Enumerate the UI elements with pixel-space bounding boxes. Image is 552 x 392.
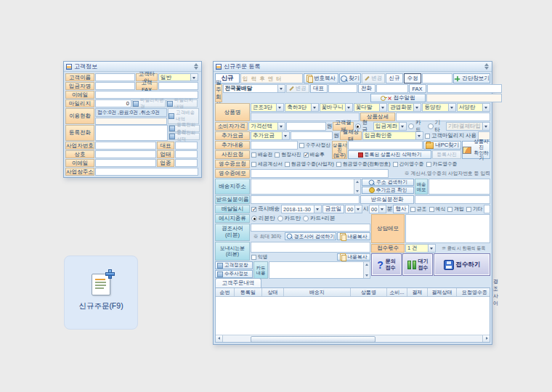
- mileage-use-checkbox[interactable]: 고객마일리지 사용: [424, 131, 477, 140]
- minute-select[interactable]: 00: [369, 205, 386, 213]
- category-select-4[interactable]: 관엽화분: [388, 103, 421, 112]
- horizontal-scrollbar[interactable]: [216, 335, 490, 342]
- usage-extra-input[interactable]: [95, 118, 167, 125]
- settle-checkbox[interactable]: 수주사정산: [299, 141, 331, 150]
- receipt-cash-phone-checkbox[interactable]: 현금영수증(전화번호): [336, 160, 391, 168]
- pin-icon[interactable]: [484, 63, 490, 70]
- change-button[interactable]: 변경: [362, 73, 385, 83]
- recipient-phone-input[interactable]: [415, 195, 490, 204]
- col-product[interactable]: 상품명: [351, 288, 387, 296]
- scroll-right-arrow[interactable]: [482, 335, 490, 342]
- find-button[interactable]: 찾기: [339, 73, 361, 83]
- col-status[interactable]: 상태: [262, 288, 284, 296]
- event-button[interactable]: 행사: [393, 205, 409, 213]
- biz-no-input[interactable]: [95, 142, 156, 150]
- reception-alarm-button[interactable]: 접수알림: [370, 94, 426, 102]
- mileage-history-button[interactable]: 마일리지내역: [166, 99, 198, 107]
- company-select[interactable]: 전국꽃배달: [223, 84, 285, 93]
- card-ribbon-radio[interactable]: 카드+리본: [302, 214, 336, 223]
- category-select-5[interactable]: 동양란: [422, 103, 455, 112]
- ribbon-only-radio[interactable]: 리본만: [251, 214, 276, 223]
- category-select-3[interactable]: 꽃다발: [354, 103, 387, 112]
- ceo-input[interactable]: [175, 142, 198, 150]
- col-message[interactable]: 경조사어: [493, 288, 498, 296]
- address-search-button[interactable]: 주소 검색하기: [362, 179, 414, 186]
- fee-check-button[interactable]: 추가요금 확인: [362, 187, 414, 194]
- ribbon-search-button[interactable]: 경조사어 검색하기: [285, 232, 336, 240]
- col-destination[interactable]: 배송지: [284, 288, 351, 296]
- anonymous-checkbox[interactable]: 익명: [251, 253, 269, 261]
- hour-select[interactable]: 00: [345, 205, 362, 213]
- col-pay-status[interactable]: 결제상태: [428, 288, 457, 296]
- category-select-0[interactable]: 근조3단: [251, 103, 284, 112]
- price-input[interactable]: [286, 122, 326, 131]
- sender-textarea[interactable]: [251, 242, 370, 253]
- extra-input[interactable]: [251, 141, 298, 150]
- company-phone-input[interactable]: [376, 84, 408, 93]
- col-reg-date[interactable]: 등록일: [235, 288, 262, 296]
- scrollbar[interactable]: [354, 179, 360, 194]
- event-wedding-checkbox[interactable]: 예식: [429, 205, 447, 213]
- scrollbar[interactable]: [363, 262, 370, 278]
- find-pc-button[interactable]: 내PC찾기: [423, 141, 461, 150]
- customer-info-window-button[interactable]: 고객정보창: [215, 261, 253, 269]
- pin-icon[interactable]: [194, 63, 199, 70]
- pay-card-radio[interactable]: 카드: [407, 122, 426, 131]
- mileage-input[interactable]: [95, 99, 131, 107]
- phone-delete-button[interactable]: 등록전화삭제: [169, 133, 200, 140]
- order-number-input[interactable]: [240, 73, 303, 83]
- company-fax-input[interactable]: [427, 84, 502, 93]
- delivery-memo-textarea[interactable]: [429, 179, 490, 195]
- card-only-radio[interactable]: 카드만: [277, 214, 302, 223]
- account-select[interactable]: 입금계좌: [373, 122, 407, 131]
- receipt-memo-input[interactable]: [251, 169, 389, 178]
- photo-scene-checkbox[interactable]: 현장사진: [274, 150, 301, 159]
- etc-pay-type-select[interactable]: 기타결제타입: [446, 122, 490, 131]
- ribbon-copy-button[interactable]: 내용복사: [337, 232, 370, 240]
- top-extra-input[interactable]: [422, 73, 452, 83]
- inquiry-button[interactable]: ? 문의 접수: [371, 253, 402, 276]
- event-input[interactable]: [484, 205, 490, 213]
- biz-category-input[interactable]: [175, 159, 198, 167]
- recipient-name-input[interactable]: [251, 195, 360, 204]
- date-select[interactable]: 2018-11-30: [281, 205, 322, 213]
- receipt-card-checkbox[interactable]: 카드영수증: [426, 160, 458, 168]
- photo-confirm-button[interactable]: 상품사진 확인하기: [462, 141, 490, 159]
- ribbon-text-input[interactable]: [251, 224, 370, 232]
- photo-after-checkbox[interactable]: 배송후: [303, 150, 325, 159]
- reg-phone-list[interactable]: [95, 125, 168, 141]
- company-change-button[interactable]: 변경: [286, 84, 309, 93]
- fee-select[interactable]: 추가요금: [251, 131, 290, 140]
- bundle-count-select[interactable]: 1 건: [405, 244, 436, 253]
- submit-button[interactable]: 접수하기: [434, 253, 490, 276]
- counsel-memo-textarea[interactable]: [405, 214, 490, 243]
- fee-input[interactable]: [291, 131, 333, 140]
- event-etc-checkbox[interactable]: 기타: [466, 205, 484, 213]
- category-select-1[interactable]: 축하3단: [285, 103, 318, 112]
- edit-button[interactable]: 수정: [404, 73, 421, 83]
- customer-type-select[interactable]: 일반: [158, 73, 198, 81]
- pay-etc-radio[interactable]: 기타: [427, 122, 445, 131]
- category-select-6[interactable]: 서양란: [457, 103, 490, 112]
- depositor-input[interactable]: [95, 82, 135, 90]
- biz-type-input[interactable]: [175, 150, 198, 158]
- price-select[interactable]: 가격선택: [248, 122, 285, 131]
- tab-customer-order-history[interactable]: 고객주문내역: [215, 278, 261, 287]
- category-select-2[interactable]: 꽃바구니: [320, 103, 353, 112]
- wait-button[interactable]: 대기 접수: [402, 253, 433, 276]
- photo-before-checkbox[interactable]: 배송전: [251, 150, 273, 159]
- col-price[interactable]: 소비...: [387, 288, 407, 296]
- orderer-info-button[interactable]: 수주사정보: [215, 270, 253, 278]
- receipt-simple-checkbox[interactable]: 간이영수증: [392, 160, 425, 168]
- biz-address-input[interactable]: [95, 168, 198, 176]
- new-small-button[interactable]: 신규: [386, 73, 403, 83]
- delivery-address-textarea[interactable]: [251, 179, 361, 195]
- copy-number-button[interactable]: 번호복사: [304, 73, 338, 83]
- customer-name-input[interactable]: [95, 73, 135, 81]
- event-condolence-checkbox[interactable]: 근조: [410, 205, 428, 213]
- immediate-checkbox[interactable]: 즉시배송: [251, 205, 280, 213]
- photo-delete-button[interactable]: 등록된 상품사진 삭제하기: [348, 150, 431, 159]
- col-seq[interactable]: 순번: [216, 288, 235, 296]
- customer-fax-input[interactable]: [158, 82, 198, 90]
- photo-path-input[interactable]: [348, 141, 423, 150]
